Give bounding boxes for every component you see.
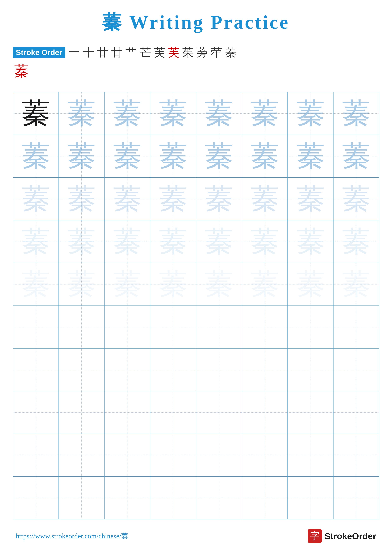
table-row: 蓁: [196, 92, 242, 135]
table-row[interactable]: [59, 434, 105, 476]
table-row[interactable]: [59, 348, 105, 391]
practice-row-5: 蓁 蓁 蓁 蓁 蓁 蓁 蓁 蓁: [13, 263, 379, 306]
practice-row-3: 蓁 蓁 蓁 蓁 蓁 蓁 蓁 蓁: [13, 177, 379, 220]
table-row: 蓁: [196, 220, 242, 263]
table-row[interactable]: [150, 476, 196, 519]
practice-row-7: [13, 348, 379, 391]
table-row[interactable]: [196, 348, 242, 391]
table-row: 蓁: [59, 263, 105, 306]
table-row: 蓁: [333, 263, 379, 306]
table-row[interactable]: [242, 476, 288, 519]
table-row[interactable]: [242, 348, 288, 391]
table-row: 蓁: [242, 220, 288, 263]
table-row: 蓁: [13, 177, 59, 220]
footer-url-link[interactable]: https://www.strokeorder.com/chinese/蓁: [16, 531, 128, 541]
table-row: 蓁: [59, 177, 105, 220]
stroke-order-section: Stroke Order 一 十 廿 廿 艹 芒 芙 芙 茱 蒡 荦 蓁 蓁: [13, 45, 379, 86]
table-row: 蓁: [333, 92, 379, 135]
table-row[interactable]: [288, 348, 334, 391]
table-row[interactable]: [288, 476, 334, 519]
practice-row-2: 蓁 蓁 蓁 蓁 蓁 蓁 蓁 蓁: [13, 135, 379, 177]
footer-brand: 字 StrokeOrder: [308, 529, 376, 543]
table-row[interactable]: [288, 306, 334, 348]
practice-row-1: 蓁 蓁 蓁 蓁 蓁 蓁 蓁 蓁: [13, 92, 379, 135]
table-row: 蓁: [150, 135, 196, 177]
table-row[interactable]: [333, 434, 379, 476]
table-row[interactable]: [150, 348, 196, 391]
table-row[interactable]: [13, 434, 59, 476]
table-row: 蓁: [150, 263, 196, 306]
table-row: 蓁: [288, 177, 334, 220]
table-row[interactable]: [59, 306, 105, 348]
stroke-sequence: 一 十 廿 廿 艹 芒 芙 芙 茱 蒡 荦 蓁: [68, 45, 236, 60]
table-row[interactable]: [333, 348, 379, 391]
table-row[interactable]: [104, 391, 150, 434]
table-row[interactable]: [150, 434, 196, 476]
table-row[interactable]: [104, 434, 150, 476]
table-row: 蓁: [333, 220, 379, 263]
table-row[interactable]: [333, 391, 379, 434]
table-row: 蓁: [242, 92, 288, 135]
practice-row-9: [13, 434, 379, 476]
brand-icon: 字: [308, 529, 322, 543]
table-row[interactable]: [196, 391, 242, 434]
table-row: 蓁: [288, 263, 334, 306]
table-row[interactable]: [59, 476, 105, 519]
table-row: 蓁: [104, 92, 150, 135]
table-row[interactable]: [104, 476, 150, 519]
table-row: 蓁: [13, 263, 59, 306]
table-row[interactable]: [333, 306, 379, 348]
table-row[interactable]: [196, 476, 242, 519]
table-row: 蓁: [150, 177, 196, 220]
table-row[interactable]: [150, 306, 196, 348]
table-row[interactable]: [242, 434, 288, 476]
table-row[interactable]: [196, 306, 242, 348]
table-row: 蓁: [150, 92, 196, 135]
table-row[interactable]: [288, 391, 334, 434]
table-row: 蓁: [333, 177, 379, 220]
table-row[interactable]: [242, 306, 288, 348]
stroke-order-row: Stroke Order 一 十 廿 廿 艹 芒 芙 芙 茱 蒡 荦 蓁: [13, 45, 379, 60]
table-row: 蓁: [196, 135, 242, 177]
table-row: 蓁: [288, 220, 334, 263]
table-row[interactable]: [288, 434, 334, 476]
final-char-display: 蓁: [13, 62, 379, 81]
table-row: 蓁: [104, 177, 150, 220]
table-row[interactable]: [242, 391, 288, 434]
table-row: 蓁: [13, 92, 59, 135]
practice-row-8: [13, 391, 379, 434]
table-row[interactable]: [196, 434, 242, 476]
practice-row-6: [13, 306, 379, 348]
table-row: 蓁: [288, 92, 334, 135]
table-row: 蓁: [104, 263, 150, 306]
table-row: 蓁: [196, 177, 242, 220]
table-row: 蓁: [242, 263, 288, 306]
table-row[interactable]: [150, 391, 196, 434]
table-row: 蓁: [242, 177, 288, 220]
table-row: 蓁: [59, 92, 105, 135]
table-row[interactable]: [13, 306, 59, 348]
table-row[interactable]: [13, 348, 59, 391]
table-row: 蓁: [150, 220, 196, 263]
page-title: 蓁 Writing Practice: [102, 9, 290, 35]
table-row[interactable]: [59, 391, 105, 434]
table-row[interactable]: [13, 391, 59, 434]
table-row: 蓁: [104, 220, 150, 263]
table-row: 蓁: [242, 135, 288, 177]
table-row[interactable]: [13, 476, 59, 519]
table-row: 蓁: [59, 220, 105, 263]
practice-grid: 蓁 蓁 蓁 蓁 蓁 蓁 蓁 蓁: [13, 92, 379, 519]
table-row: 蓁: [13, 135, 59, 177]
practice-row-10: [13, 476, 379, 519]
table-row: 蓁: [196, 263, 242, 306]
stroke-order-badge: Stroke Order: [13, 47, 65, 58]
footer: https://www.strokeorder.com/chinese/蓁 字 …: [13, 529, 379, 543]
table-row: 蓁: [104, 135, 150, 177]
table-row[interactable]: [104, 306, 150, 348]
table-row[interactable]: [333, 476, 379, 519]
table-row[interactable]: [104, 348, 150, 391]
brand-name: StrokeOrder: [324, 531, 376, 541]
table-row: 蓁: [333, 135, 379, 177]
table-row: 蓁: [13, 220, 59, 263]
table-row: 蓁: [288, 135, 334, 177]
